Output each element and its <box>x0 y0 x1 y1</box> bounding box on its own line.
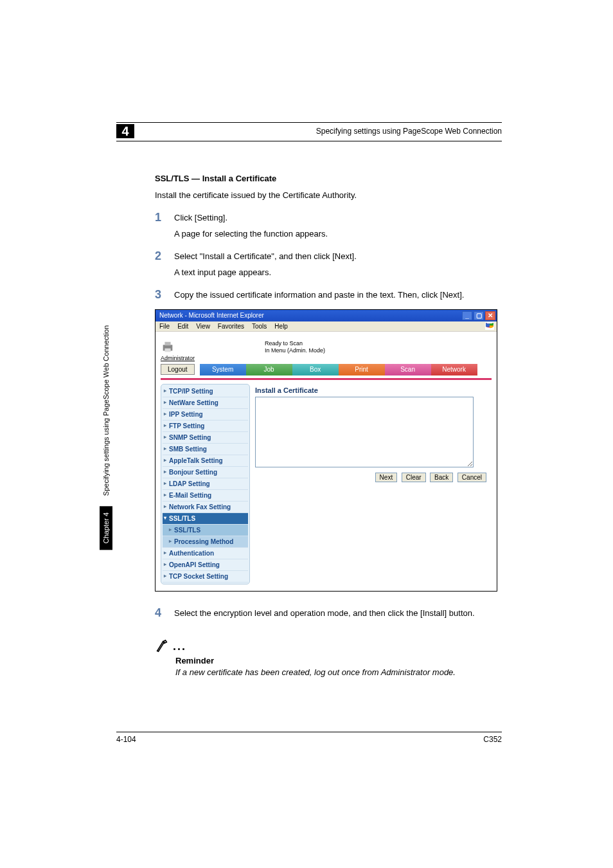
nav-ipp[interactable]: IPP Setting <box>163 409 248 420</box>
tab-scan[interactable]: Scan <box>385 364 431 375</box>
clear-button[interactable]: Clear <box>402 473 426 482</box>
menu-view[interactable]: View <box>196 323 210 330</box>
menu-favorites[interactable]: Favorites <box>218 323 244 330</box>
left-nav: TCP/IP Setting NetWare Setting IPP Setti… <box>161 384 250 584</box>
next-button[interactable]: Next <box>375 473 398 482</box>
menu-edit[interactable]: Edit <box>177 323 188 330</box>
certificate-textarea[interactable] <box>255 397 474 467</box>
step-2-sub: A text input page appears. <box>174 267 502 278</box>
tab-system[interactable]: System <box>200 364 246 375</box>
step-text: Click [Setting]. <box>174 212 502 224</box>
logout-button[interactable]: Logout <box>161 364 195 375</box>
nav-tcpip[interactable]: TCP/IP Setting <box>163 386 248 397</box>
nav-appletalk[interactable]: AppleTalk Setting <box>163 455 248 467</box>
section-title: SSL/TLS — Install a Certificate <box>155 174 502 183</box>
nav-sub-ssltls[interactable]: SSL/TLS <box>163 525 248 536</box>
step-1-sub: A page for selecting the function appear… <box>174 228 502 240</box>
status-line-1: Ready to Scan <box>265 340 325 347</box>
step-text: Select "Install a Certificate", and then… <box>174 250 502 263</box>
step-num: 1 <box>155 212 174 224</box>
administrator-link[interactable]: Administrator <box>161 355 195 361</box>
header-area: Ready to Scan In Menu (Admin. Mode) Admi… <box>155 332 497 363</box>
tab-bar: Logout System Job Box Print Scan Network <box>155 363 497 377</box>
note-text: If a new certificate has been created, l… <box>175 667 502 678</box>
note-block: ... Reminder If a new certificate has be… <box>155 639 502 678</box>
step-num: 2 <box>155 250 174 263</box>
minimize-icon[interactable]: _ <box>462 311 472 320</box>
step-text: Select the encryption level and operatio… <box>174 607 502 620</box>
step-num: 4 <box>155 607 174 620</box>
tab-print[interactable]: Print <box>339 364 385 375</box>
cancel-button[interactable]: Cancel <box>458 473 486 482</box>
note-label: Reminder <box>175 656 502 665</box>
nav-networkfax[interactable]: Network Fax Setting <box>163 502 248 513</box>
nav-tcpsocket[interactable]: TCP Socket Setting <box>163 571 248 583</box>
printer-icon <box>161 340 175 354</box>
nav-snmp[interactable]: SNMP Setting <box>163 432 248 444</box>
nav-bonjour[interactable]: Bonjour Setting <box>163 467 248 478</box>
nav-smb[interactable]: SMB Setting <box>163 444 248 455</box>
page-header: 4 Specifying settings using PageScope We… <box>116 124 502 141</box>
embedded-screenshot: Network - Microsoft Internet Explorer _ … <box>155 309 497 592</box>
menu-tools[interactable]: Tools <box>252 323 267 330</box>
header-title: Specifying settings using PageScope Web … <box>316 127 502 136</box>
window-titlebar: Network - Microsoft Internet Explorer _ … <box>155 310 497 321</box>
page-number: 4-104 <box>116 735 136 744</box>
vertical-tab: Specifying settings using PageScope Web … <box>98 320 114 701</box>
model-number: C352 <box>483 735 502 744</box>
tab-job[interactable]: Job <box>246 364 292 375</box>
intro-text: Install the certificate issued by the Ce… <box>155 190 502 201</box>
back-button[interactable]: Back <box>430 473 453 482</box>
window-title: Network - Microsoft Internet Explorer <box>159 312 264 319</box>
panel-title: Install a Certificate <box>255 386 486 394</box>
nav-openapi[interactable]: OpenAPI Setting <box>163 559 248 571</box>
menu-file[interactable]: File <box>159 323 170 330</box>
maximize-icon[interactable]: ▢ <box>474 311 484 320</box>
tab-network[interactable]: Network <box>431 364 477 375</box>
side-label: Specifying settings using PageScope Web … <box>100 320 112 506</box>
side-chapter: Chapter 4 <box>100 506 112 550</box>
nav-ftp[interactable]: FTP Setting <box>163 420 248 432</box>
nav-ldap[interactable]: LDAP Setting <box>163 478 248 490</box>
step-num: 3 <box>155 289 174 302</box>
content-panel: Install a Certificate Next Clear Back Ca… <box>250 384 492 584</box>
nav-netware[interactable]: NetWare Setting <box>163 397 248 409</box>
status-line-2: In Menu (Admin. Mode) <box>265 347 325 354</box>
nav-authentication[interactable]: Authentication <box>163 548 248 559</box>
svg-rect-3 <box>164 348 170 352</box>
ie-flag-icon <box>485 322 494 330</box>
step-text: Copy the issued certificate information … <box>174 289 502 302</box>
close-icon[interactable]: ✕ <box>485 311 495 320</box>
chapter-badge: 4 <box>116 124 134 138</box>
nav-ssltls[interactable]: SSL/TLS <box>163 513 248 525</box>
page-footer: 4-104 C352 <box>116 732 502 744</box>
svg-rect-2 <box>164 342 170 346</box>
nav-sub-processing[interactable]: Processing Method <box>163 536 248 548</box>
menu-help[interactable]: Help <box>274 323 288 330</box>
step-1: 1 Click [Setting]. <box>155 212 502 224</box>
note-dots: ... <box>173 640 186 653</box>
nav-email[interactable]: E-Mail Setting <box>163 490 248 502</box>
menubar: File Edit View Favorites Tools Help <box>155 321 497 332</box>
step-3: 3 Copy the issued certificate informatio… <box>155 289 502 302</box>
tab-box[interactable]: Box <box>292 364 339 375</box>
reminder-icon <box>155 639 169 653</box>
step-2: 2 Select "Install a Certificate", and th… <box>155 250 502 263</box>
step-4: 4 Select the encryption level and operat… <box>155 607 502 620</box>
